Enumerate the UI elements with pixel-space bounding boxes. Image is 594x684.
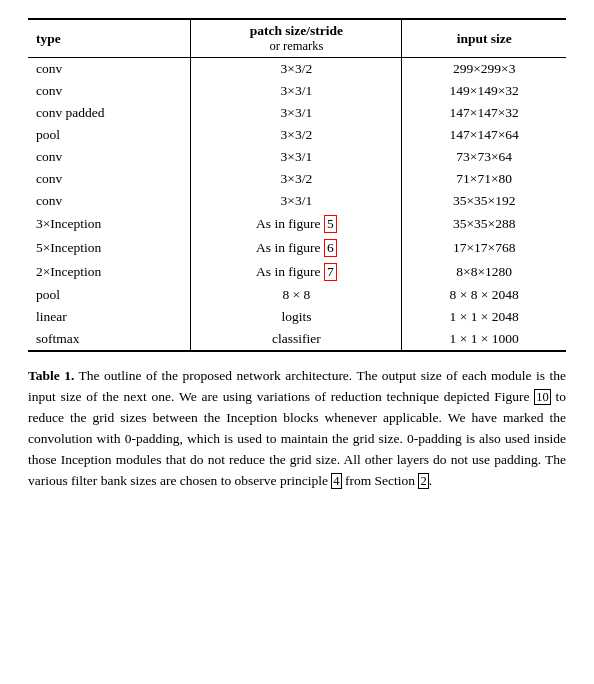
cell-input: 71×71×80 — [402, 168, 566, 190]
col-patch-main-label: patch size/stride — [250, 23, 343, 39]
figure-ref-highlighted: 7 — [324, 263, 337, 281]
table-row: conv3×3/271×71×80 — [28, 168, 566, 190]
architecture-table: type patch size/stride or remarks input … — [28, 18, 566, 352]
cell-input: 8 × 8 × 2048 — [402, 284, 566, 306]
table-row: conv3×3/1149×149×32 — [28, 80, 566, 102]
caption-text4: . — [429, 473, 432, 488]
cell-patch: 3×3/2 — [191, 124, 402, 146]
cell-type: 2×Inception — [28, 260, 191, 284]
cell-input: 35×35×288 — [402, 212, 566, 236]
cell-input: 299×299×3 — [402, 58, 566, 81]
figure-ref-highlighted: 5 — [324, 215, 337, 233]
cell-patch: 3×3/1 — [191, 102, 402, 124]
col-input-header: input size — [402, 19, 566, 58]
cell-type: pool — [28, 124, 191, 146]
cell-patch: 3×3/1 — [191, 80, 402, 102]
cell-input: 73×73×64 — [402, 146, 566, 168]
cell-input: 8×8×1280 — [402, 260, 566, 284]
col-patch-sub-label: or remarks — [269, 39, 323, 54]
cell-type: conv — [28, 190, 191, 212]
cell-patch: logits — [191, 306, 402, 328]
cell-type: conv — [28, 58, 191, 81]
cell-type: linear — [28, 306, 191, 328]
cell-type: 5×Inception — [28, 236, 191, 260]
cell-input: 147×147×64 — [402, 124, 566, 146]
table-row: conv3×3/173×73×64 — [28, 146, 566, 168]
caption-ref1: 10 — [534, 389, 551, 405]
table-row: 5×InceptionAs in figure 617×17×768 — [28, 236, 566, 260]
cell-input: 147×147×32 — [402, 102, 566, 124]
table-caption: Table 1. The outline of the proposed net… — [28, 366, 566, 492]
cell-type: conv padded — [28, 102, 191, 124]
caption-ref2: 4 — [331, 473, 341, 489]
caption-ref3: 2 — [418, 473, 428, 489]
cell-input: 35×35×192 — [402, 190, 566, 212]
cell-input: 149×149×32 — [402, 80, 566, 102]
cell-type: conv — [28, 168, 191, 190]
cell-input: 1 × 1 × 2048 — [402, 306, 566, 328]
table-row: conv padded3×3/1147×147×32 — [28, 102, 566, 124]
cell-input: 17×17×768 — [402, 236, 566, 260]
cell-type: conv — [28, 146, 191, 168]
cell-type: conv — [28, 80, 191, 102]
table-row: 2×InceptionAs in figure 78×8×1280 — [28, 260, 566, 284]
table-row: softmaxclassifier1 × 1 × 1000 — [28, 328, 566, 351]
cell-patch: 3×3/1 — [191, 190, 402, 212]
table-row: conv3×3/135×35×192 — [28, 190, 566, 212]
cell-patch: 3×3/1 — [191, 146, 402, 168]
table-row: pool3×3/2147×147×64 — [28, 124, 566, 146]
table-row: conv3×3/2299×299×3 — [28, 58, 566, 81]
cell-type: 3×Inception — [28, 212, 191, 236]
figure-ref-highlighted: 6 — [324, 239, 337, 257]
cell-patch: As in figure 6 — [191, 236, 402, 260]
caption-text1: The outline of the proposed network arch… — [28, 368, 566, 404]
cell-input: 1 × 1 × 1000 — [402, 328, 566, 351]
cell-patch: 8 × 8 — [191, 284, 402, 306]
table-row: linearlogits1 × 1 × 2048 — [28, 306, 566, 328]
cell-patch: 3×3/2 — [191, 58, 402, 81]
table-row: 3×InceptionAs in figure 535×35×288 — [28, 212, 566, 236]
table-row: pool8 × 88 × 8 × 2048 — [28, 284, 566, 306]
cell-patch: classifier — [191, 328, 402, 351]
cell-patch: As in figure 5 — [191, 212, 402, 236]
col-type-header: type — [28, 19, 191, 58]
caption-text3: from Section — [342, 473, 419, 488]
caption-label: Table 1. — [28, 368, 74, 383]
col-patch-header: patch size/stride or remarks — [191, 19, 402, 58]
cell-type: pool — [28, 284, 191, 306]
cell-type: softmax — [28, 328, 191, 351]
cell-patch: As in figure 7 — [191, 260, 402, 284]
cell-patch: 3×3/2 — [191, 168, 402, 190]
